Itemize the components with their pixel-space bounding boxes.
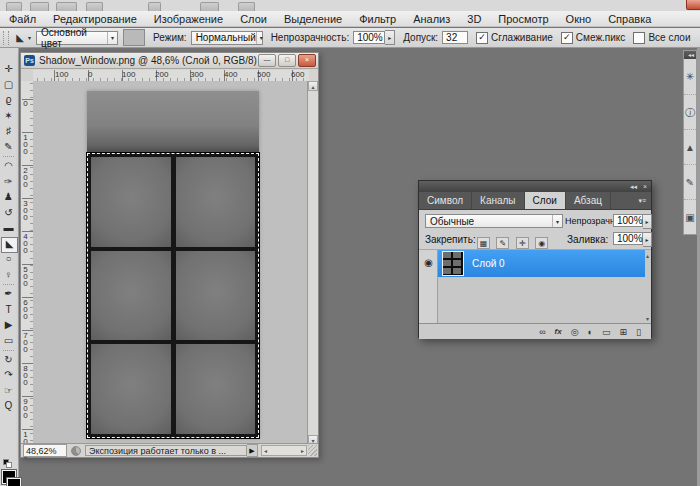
- collapse-panel-icon[interactable]: ◂◂: [630, 183, 637, 191]
- new-group-icon[interactable]: ▭: [602, 327, 611, 337]
- brush-tool[interactable]: ✑: [1, 175, 16, 189]
- close-button[interactable]: ×: [298, 54, 316, 67]
- default-colors-icon[interactable]: [3, 459, 11, 467]
- menu-3d[interactable]: 3D: [467, 13, 481, 25]
- layer-comps-panel-icon[interactable]: ▣: [684, 199, 696, 234]
- lock-all-icon[interactable]: ◉: [535, 237, 548, 249]
- horizontal-scrollbar[interactable]: ◂ ▸: [261, 445, 307, 456]
- paint-bucket-icon[interactable]: ◣: [12, 31, 28, 45]
- app-close-button[interactable]: [686, 0, 700, 10]
- paint-bucket-tool[interactable]: ◣: [1, 237, 18, 253]
- hand-tool[interactable]: ☞: [1, 384, 16, 398]
- antialias-checkbox[interactable]: ✓: [476, 32, 488, 44]
- expand-dock-icon[interactable]: ◂◂: [684, 51, 696, 59]
- path-selection-tool[interactable]: ▶: [1, 318, 16, 332]
- minimize-button[interactable]: —: [258, 54, 276, 67]
- blur-tool[interactable]: ○: [1, 252, 16, 266]
- healing-brush-tool[interactable]: ◠: [1, 159, 16, 173]
- menu-image[interactable]: Изображение: [154, 13, 223, 25]
- mode-dropdown[interactable]: Нормальный ▾: [191, 31, 263, 45]
- vertical-scrollbar[interactable]: ▴ ▾: [307, 81, 318, 445]
- tolerance-input[interactable]: 32: [442, 31, 468, 44]
- menu-analysis[interactable]: Анализ: [413, 13, 450, 25]
- document-image[interactable]: [87, 91, 259, 438]
- menu-select[interactable]: Выделение: [284, 13, 342, 25]
- layers-panel-footer: ∞ fx ◎ ◐ ▭ ⊞ ▯: [419, 323, 651, 339]
- menu-filter[interactable]: Фильтр: [359, 13, 396, 25]
- adjustments-panel-icon[interactable]: ✳: [684, 59, 696, 94]
- opacity-input[interactable]: 100%: [353, 31, 385, 44]
- canvas-area[interactable]: [33, 81, 309, 445]
- link-layers-icon[interactable]: ∞: [539, 327, 545, 337]
- pen-tool[interactable]: ✒: [1, 287, 16, 301]
- menu-edit[interactable]: Редактирование: [53, 13, 137, 25]
- tab-paragraph[interactable]: Абзац: [566, 192, 611, 209]
- menu-view[interactable]: Просмотр: [498, 13, 548, 25]
- background-color-swatch[interactable]: [7, 478, 21, 486]
- contiguous-checkbox[interactable]: ✓: [561, 32, 573, 44]
- ruler-label: 900: [22, 397, 29, 418]
- lock-position-icon[interactable]: ✛: [516, 237, 529, 249]
- orbit-3d-tool[interactable]: ↷: [1, 368, 16, 382]
- eye-icon[interactable]: ◉: [421, 256, 436, 270]
- marquee-tool[interactable]: ▢: [1, 78, 16, 92]
- shape-tool[interactable]: ▭: [1, 334, 16, 348]
- layer-opacity-input[interactable]: 100%: [613, 214, 643, 227]
- document-title-bar[interactable]: Ps Shadow_Window.png @ 48,6% (Слой 0, RG…: [21, 53, 318, 69]
- adjustment-layer-icon[interactable]: ◐: [588, 327, 593, 337]
- tab-layers[interactable]: Слои: [525, 192, 566, 209]
- lock-transparency-icon[interactable]: ▦: [477, 237, 490, 249]
- scroll-up-icon[interactable]: ▴: [308, 81, 318, 91]
- panel-title-bar[interactable]: ◂◂ ×: [419, 181, 651, 192]
- eraser-tool[interactable]: ▬: [1, 221, 16, 235]
- list-scroll-down-icon[interactable]: ▾: [646, 315, 649, 322]
- menu-help[interactable]: Справка: [608, 13, 651, 25]
- tab-channels[interactable]: Каналы: [472, 192, 525, 209]
- panel-menu-icon[interactable]: ▾≡: [638, 192, 651, 209]
- history-brush-tool[interactable]: ↺: [1, 206, 16, 220]
- close-panel-icon[interactable]: ×: [643, 183, 647, 190]
- layer-name[interactable]: Слой 0: [472, 258, 505, 269]
- layer-style-icon[interactable]: fx: [555, 327, 562, 336]
- scroll-right-icon[interactable]: ▸: [301, 447, 304, 454]
- magic-wand-tool[interactable]: ✶: [1, 109, 16, 123]
- lasso-tool[interactable]: ϱ: [1, 93, 16, 107]
- clone-stamp-tool[interactable]: ♟: [1, 190, 16, 204]
- all-layers-checkbox[interactable]: [633, 32, 645, 44]
- new-layer-icon[interactable]: ⊞: [620, 327, 628, 337]
- pattern-swatch[interactable]: [123, 29, 145, 46]
- menu-layers[interactable]: Слои: [240, 13, 267, 25]
- fill-source-dropdown[interactable]: Основной цвет ▾: [36, 31, 118, 45]
- scroll-left-icon[interactable]: ◂: [264, 447, 267, 454]
- info-panel-icon[interactable]: ⓘ: [684, 94, 696, 129]
- eyedropper-tool[interactable]: ✎: [1, 140, 16, 154]
- menu-file[interactable]: Файл: [9, 13, 36, 25]
- layer-mask-icon[interactable]: ◎: [571, 327, 579, 337]
- fill-slider-button[interactable]: ▸: [643, 232, 652, 247]
- histogram-panel-icon[interactable]: ▲: [684, 129, 696, 164]
- tool-preset-caret-icon[interactable]: ▾: [28, 34, 31, 41]
- move-tool[interactable]: ✛: [1, 62, 16, 76]
- options-grip[interactable]: [3, 31, 9, 45]
- opacity-slider-button[interactable]: ▸: [385, 30, 395, 45]
- layer-thumbnail[interactable]: [442, 251, 464, 276]
- maximize-button[interactable]: □: [278, 54, 296, 67]
- resize-grip[interactable]: [308, 445, 317, 456]
- tab-character[interactable]: Символ: [419, 192, 472, 209]
- layer-opacity-slider-button[interactable]: ▸: [643, 214, 652, 229]
- menu-window[interactable]: Окно: [566, 13, 592, 25]
- crop-tool[interactable]: ♯: [1, 124, 16, 138]
- brush-panel-icon[interactable]: ✎: [684, 164, 696, 199]
- delete-layer-icon[interactable]: ▯: [636, 327, 641, 337]
- rotate-3d-tool[interactable]: ↻: [1, 353, 16, 367]
- zoom-level-input[interactable]: 48,62%: [23, 444, 67, 457]
- blend-mode-dropdown[interactable]: Обычные ▾: [425, 214, 563, 228]
- list-scroll-up-icon[interactable]: ▴: [646, 252, 649, 259]
- dodge-tool[interactable]: ♀: [1, 268, 16, 282]
- zoom-tool[interactable]: Q: [1, 399, 16, 413]
- status-menu-arrow-icon[interactable]: ▶: [247, 444, 258, 457]
- layer-row[interactable]: Слой 0: [438, 250, 645, 277]
- type-tool[interactable]: T: [1, 303, 16, 317]
- lock-pixels-icon[interactable]: ✎: [496, 237, 509, 249]
- fill-input[interactable]: 100%: [613, 232, 643, 245]
